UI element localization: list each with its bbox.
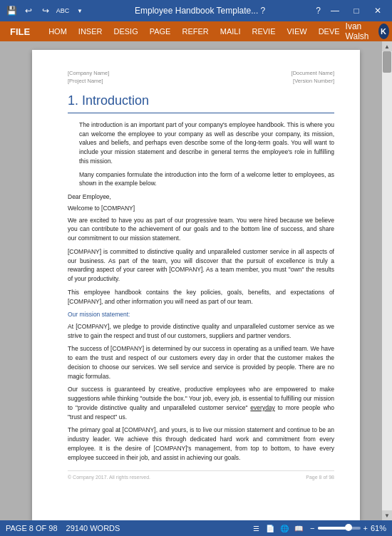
- save-icon[interactable]: 💾: [4, 4, 19, 18]
- close-button[interactable]: ✕: [368, 1, 388, 21]
- zoom-level: 61%: [371, 524, 386, 532]
- footer-copyright: © Company 2017. All rights reserved.: [68, 474, 150, 481]
- spellcheck-icon[interactable]: ABC: [56, 4, 70, 18]
- minimize-button[interactable]: —: [325, 1, 345, 21]
- window-controls: — □ ✕: [325, 1, 388, 21]
- header-left: [Company Name] [Project Name]: [68, 70, 109, 86]
- restore-button[interactable]: □: [346, 1, 366, 21]
- section-title: 1. Introduction: [68, 91, 334, 113]
- tab-review[interactable]: REVIE: [246, 21, 281, 41]
- ribbon-tabs: HOM INSER DESIG PAGE REFER MAILI REVIE V…: [40, 21, 345, 41]
- zoom-slider[interactable]: [318, 527, 361, 530]
- mission-para-2: The success of [COMPANY] is determined b…: [68, 344, 334, 381]
- tab-view[interactable]: VIEW: [282, 21, 313, 41]
- scroll-down-button[interactable]: ▼: [382, 510, 392, 520]
- project-name-field: [Project Name]: [68, 78, 109, 86]
- scroll-up-button[interactable]: ▲: [382, 41, 392, 51]
- scrollbar-track[interactable]: [382, 51, 392, 510]
- user-name: Ivan Walsh: [346, 21, 374, 41]
- status-right-area: ☰ 📄 🌐 📖 − + 61%: [250, 523, 386, 533]
- document-page[interactable]: [Company Name] [Project Name] [Document …: [32, 50, 360, 520]
- print-layout-icon[interactable]: 📄: [264, 523, 276, 533]
- mission-heading: Our mission statement:: [68, 310, 334, 319]
- body-para-3: We are excited to have you as part of ou…: [68, 216, 334, 243]
- mission-para-1: At [COMPANY], we pledge to provide disti…: [68, 322, 334, 341]
- intro-para-1: The introduction is an important part of…: [79, 120, 334, 166]
- zoom-fill: [318, 527, 346, 530]
- tab-references[interactable]: REFER: [176, 21, 214, 41]
- web-layout-icon[interactable]: 🌐: [279, 523, 290, 533]
- page-header: [Company Name] [Project Name] [Document …: [68, 70, 334, 86]
- page-indicator: PAGE 8 OF 98: [6, 524, 58, 532]
- status-icons-group: ☰ 📄 🌐 📖: [250, 523, 304, 533]
- tab-insert[interactable]: INSER: [73, 21, 108, 41]
- section-number: 1.: [68, 93, 78, 108]
- word-count: 29140 WORDS: [66, 524, 120, 532]
- company-name-field: [Company Name]: [68, 70, 109, 78]
- body-para-4: [COMPANY] is committed to distinctive qu…: [68, 247, 334, 284]
- status-left-area: PAGE 8 OF 98 29140 WORDS: [6, 524, 120, 532]
- everyday-underline: everyday: [250, 404, 275, 411]
- scrollbar-thumb[interactable]: [383, 51, 391, 73]
- tab-home[interactable]: HOM: [43, 21, 73, 41]
- redo-icon[interactable]: ↪: [38, 4, 53, 18]
- document-name-field: [Document Name]: [292, 70, 334, 78]
- tab-design[interactable]: DESIG: [108, 21, 143, 41]
- intro-para-2: Many companies formulate the introductio…: [79, 170, 334, 189]
- quick-access-icons: 💾 ↩ ↪ ABC ▼: [4, 4, 87, 18]
- version-field: [Version Number]: [292, 78, 334, 86]
- zoom-out-button[interactable]: −: [310, 524, 314, 532]
- layout-icon[interactable]: ☰: [250, 523, 262, 533]
- undo-icon[interactable]: ↩: [21, 4, 36, 18]
- footer-page: Page 8 of 98: [306, 474, 334, 481]
- header-right: [Document Name] [Version Number]: [292, 70, 334, 86]
- mission-para-3: Our success is guaranteed by creative, p…: [68, 385, 334, 421]
- vertical-scrollbar[interactable]: ▲ ▼: [382, 41, 392, 520]
- section-heading: Introduction: [82, 93, 149, 108]
- zoom-control: − + 61%: [310, 524, 386, 532]
- page-footer: © Company 2017. All rights reserved. Pag…: [68, 470, 334, 481]
- quick-access-toolbar: 💾 ↩ ↪ ABC ▼ Employee Handbook Template..…: [0, 0, 392, 21]
- tab-page[interactable]: PAGE: [144, 21, 177, 41]
- tab-developer[interactable]: DEVE: [313, 21, 346, 41]
- body-para-5: This employee handbook contains the key …: [68, 288, 334, 306]
- help-button[interactable]: ?: [313, 6, 324, 16]
- file-tab-button[interactable]: FILE: [0, 21, 40, 41]
- zoom-thumb[interactable]: [345, 524, 352, 531]
- zoom-in-button[interactable]: +: [363, 524, 368, 532]
- app-title: Employee Handbook Template... ?: [88, 6, 311, 16]
- status-bar: PAGE 8 OF 98 29140 WORDS ☰ 📄 🌐 📖 − + 61%: [0, 520, 392, 536]
- tab-mailings[interactable]: MAILI: [215, 21, 247, 41]
- customize-icon[interactable]: ▼: [73, 4, 87, 18]
- user-avatar[interactable]: K: [378, 24, 389, 39]
- user-area: Ivan Walsh K: [346, 21, 392, 41]
- greeting-welcome: Welcome to [COMPANY]: [68, 204, 334, 212]
- mission-para-4: The primary goal at [COMPANY], and yours…: [68, 426, 334, 462]
- document-area: [Company Name] [Project Name] [Document …: [0, 41, 392, 520]
- ribbon-bar: FILE HOM INSER DESIG PAGE REFER MAILI RE…: [0, 21, 392, 41]
- greeting-dear: Dear Employee,: [68, 192, 334, 201]
- read-mode-icon[interactable]: 📖: [293, 523, 304, 533]
